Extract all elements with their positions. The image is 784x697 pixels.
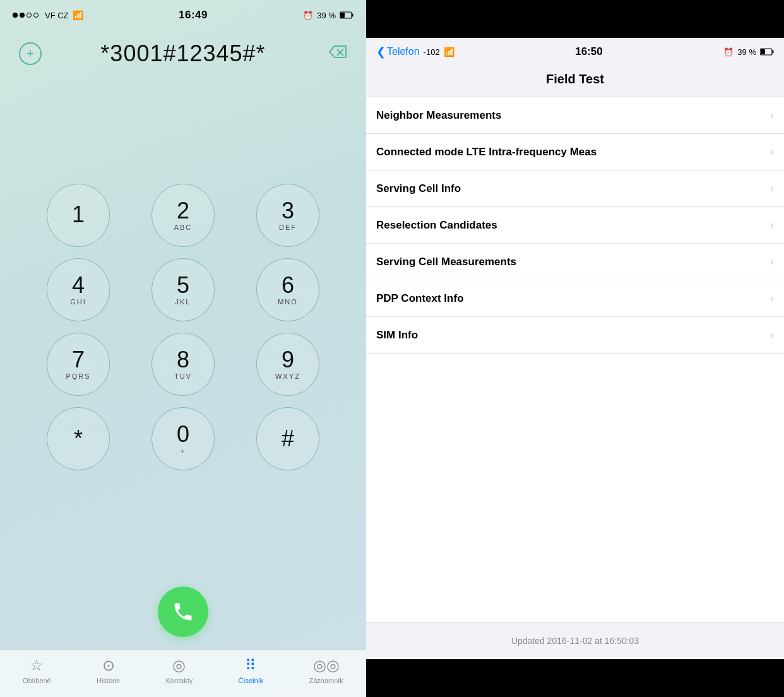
menu-item-pdp-context[interactable]: PDP Context Info › [366, 280, 784, 317]
chevron-right-icon-7: › [770, 328, 774, 342]
key-star-main: * [74, 427, 83, 450]
key-9-main: 9 [282, 348, 294, 371]
key-0[interactable]: 0 + [151, 407, 215, 470]
key-2-sub: ABC [174, 223, 193, 231]
tab-zaznamnik[interactable]: ◎◎ Záznamník [309, 657, 343, 684]
menu-item-reselection[interactable]: Reselection Candidates › [366, 207, 784, 244]
key-8[interactable]: 8 TUV [151, 333, 215, 396]
chevron-right-icon-5: › [770, 255, 774, 268]
battery-icon-right [760, 48, 774, 56]
alarm-icon-left: ⏰ [303, 11, 313, 20]
key-8-sub: TUV [174, 372, 192, 380]
black-bar-bottom [366, 659, 784, 697]
menu-item-sim-info[interactable]: SIM Info › [366, 317, 784, 354]
chevron-right-icon-1: › [770, 109, 774, 122]
key-6-sub: MNO [278, 298, 298, 306]
status-right-left: ⏰ 39 % [303, 11, 353, 20]
menu-item-sim-info-label: SIM Info [376, 329, 418, 342]
plus-icon: + [27, 45, 35, 62]
key-4[interactable]: 4 GHI [47, 258, 110, 321]
key-8-main: 8 [177, 348, 189, 371]
alarm-icon-right: ⏰ [723, 47, 734, 57]
back-label: Telefon [387, 46, 420, 57]
favorites-icon: ☆ [30, 657, 44, 674]
menu-item-serving-cell-measurements[interactable]: Serving Cell Measurements › [366, 244, 784, 280]
phone-icon [172, 600, 194, 623]
page-title: Field Test [366, 72, 784, 86]
key-6[interactable]: 6 MNO [256, 258, 319, 321]
key-4-main: 4 [72, 274, 85, 297]
dialer-input-row: + *3001#12345#* [0, 28, 366, 73]
tab-ciselnik[interactable]: ⠿ Číselník [238, 657, 263, 684]
delete-button[interactable] [328, 45, 347, 63]
back-arrow-icon: ❮ [376, 45, 386, 59]
back-nav-area: ❮ Telefon -102 📶 [376, 45, 454, 59]
tab-kontakty-label: Kontakty [165, 677, 193, 684]
time-right: 16:50 [575, 45, 602, 58]
signal-dots [13, 13, 39, 18]
back-button[interactable]: ❮ Telefon [376, 45, 420, 59]
signal-dot-2 [20, 13, 25, 18]
time-left: 16:49 [179, 9, 208, 21]
call-button[interactable] [158, 587, 208, 637]
tab-oblibene[interactable]: ☆ Oblíbené [23, 657, 51, 684]
key-1[interactable]: 1 [47, 184, 110, 247]
chevron-right-icon-2: › [770, 145, 774, 158]
svg-rect-7 [773, 51, 774, 54]
carrier-info: VF CZ 📶 [13, 10, 83, 20]
key-hash-main: # [282, 427, 294, 450]
tab-oblibene-label: Oblíbené [23, 677, 51, 684]
key-7[interactable]: 7 PQRS [47, 333, 110, 396]
svg-rect-6 [761, 49, 765, 54]
phone-dialer-panel: VF CZ 📶 16:49 ⏰ 39 % + *3001#12345#* [0, 0, 366, 697]
menu-item-connected-mode[interactable]: Connected mode LTE Intra-frequency Meas … [366, 134, 784, 170]
field-test-panel: ❮ Telefon -102 📶 16:50 ⏰ 39 % Field Test… [366, 0, 784, 697]
footer-text: Updated 2016-11-02 at 16:50:03 [511, 636, 639, 646]
call-btn-row [0, 580, 366, 650]
tab-kontakty[interactable]: ◎ Kontakty [165, 657, 193, 684]
key-2-main: 2 [177, 200, 189, 222]
svg-rect-2 [352, 14, 353, 17]
chevron-right-icon-6: › [770, 292, 774, 305]
menu-item-pdp-context-label: PDP Context Info [376, 292, 464, 305]
status-bar-left: VF CZ 📶 16:49 ⏰ 39 % [0, 0, 366, 28]
tab-historie[interactable]: ⊙ Historie [97, 657, 120, 684]
tab-zaznamnik-label: Záznamník [309, 677, 343, 684]
key-3-sub: DEF [279, 223, 297, 231]
backspace-icon [328, 45, 347, 59]
key-5[interactable]: 5 JKL [151, 258, 215, 321]
voicemail-icon: ◎◎ [313, 657, 340, 674]
history-icon: ⊙ [102, 657, 115, 674]
menu-list: Neighbor Measurements › Connected mode L… [366, 97, 784, 622]
page-title-area: Field Test [366, 66, 784, 97]
dialer-display: *3001#12345#* [19, 40, 347, 67]
status-right-right: ⏰ 39 % [723, 47, 774, 57]
tab-ciselnik-label: Číselník [238, 677, 263, 684]
key-1-main: 1 [72, 203, 85, 226]
menu-item-neighbor-measurements[interactable]: Neighbor Measurements › [366, 97, 784, 134]
key-7-main: 7 [72, 348, 85, 371]
signal-dot-1 [13, 13, 18, 18]
key-hash[interactable]: # [256, 407, 319, 470]
key-2[interactable]: 2 ABC [151, 184, 215, 247]
wifi-icon-right: 📶 [444, 47, 454, 57]
menu-item-reselection-label: Reselection Candidates [376, 219, 497, 232]
battery-percent-right: 39 % [737, 47, 756, 57]
key-9[interactable]: 9 WXYZ [256, 333, 319, 396]
key-6-main: 6 [282, 274, 294, 297]
key-9-sub: WXYZ [275, 372, 300, 380]
menu-item-serving-cell-info[interactable]: Serving Cell Info › [366, 170, 784, 207]
add-contact-button[interactable]: + [19, 42, 42, 65]
contacts-icon: ◎ [172, 657, 186, 674]
key-4-sub: GHI [70, 298, 86, 306]
key-3[interactable]: 3 DEF [256, 184, 319, 247]
menu-item-connected-mode-label: Connected mode LTE Intra-frequency Meas [376, 146, 597, 158]
key-5-main: 5 [177, 274, 189, 297]
key-0-sub: + [181, 447, 186, 455]
chevron-right-icon-3: › [770, 182, 774, 195]
black-bar-top [366, 0, 784, 38]
wifi-icon-left: 📶 [73, 10, 83, 20]
key-star[interactable]: * [47, 407, 110, 470]
dialer-icon: ⠿ [245, 657, 256, 674]
footer-area: Updated 2016-11-02 at 16:50:03 [366, 622, 784, 659]
